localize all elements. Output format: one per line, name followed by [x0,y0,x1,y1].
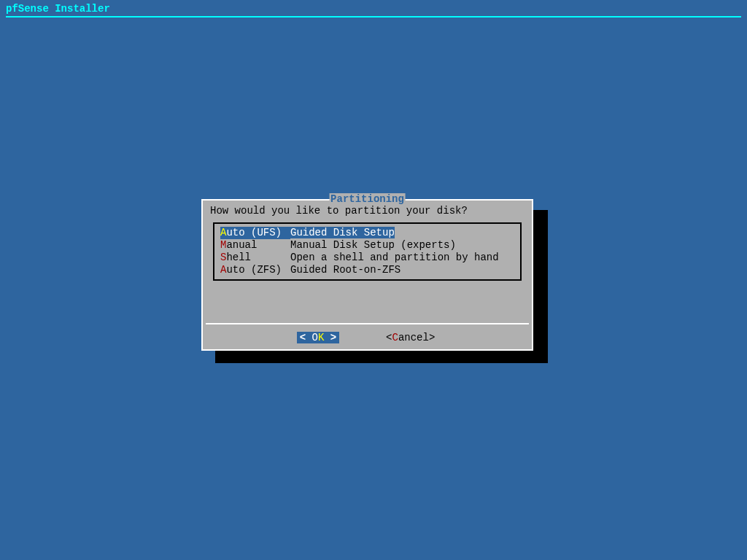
menu-item-label: Auto (UFS) [220,227,290,239]
header-rule [6,16,741,18]
menu-item-desc: Guided Root-on-ZFS [290,264,400,276]
menu-item-label: Auto (ZFS) [220,264,290,276]
ok-button[interactable]: < OK > [297,332,339,343]
partition-menu: Auto (UFS) Guided Disk Setup Manual Manu… [213,222,522,281]
menu-item-desc: Open a shell and partition by hand [290,252,499,264]
dialog-title: Partitioning [329,193,406,205]
menu-item-shell[interactable]: Shell Open a shell and partition by hand [214,252,520,264]
dialog-buttons: < OK > <Cancel> [203,332,532,343]
menu-item-manual[interactable]: Manual Manual Disk Setup (experts) [214,239,520,252]
menu-item-desc: Manual Disk Setup (experts) [290,239,456,252]
cancel-button[interactable]: <Cancel> [383,332,438,343]
menu-item-desc: Guided Disk Setup [290,227,395,239]
menu-item-auto-ufs[interactable]: Auto (UFS) Guided Disk Setup [214,227,520,239]
menu-item-label: Shell [220,252,290,264]
installer-title: pfSense Installer [0,0,747,18]
partitioning-dialog: Partitioning How would you like to parti… [201,199,533,351]
menu-item-auto-zfs[interactable]: Auto (ZFS) Guided Root-on-ZFS [214,264,520,276]
menu-item-label: Manual [220,239,290,252]
button-separator [206,323,529,324]
